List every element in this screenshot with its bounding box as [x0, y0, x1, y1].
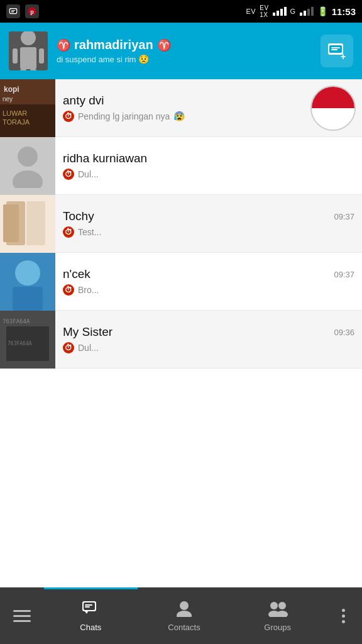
time-display: 11:53 [332, 6, 356, 17]
chat-name: ridha kurniawan [63, 152, 147, 165]
pending-icon: ⏱ [63, 284, 74, 296]
profile-avatar[interactable] [9, 31, 48, 70]
chat-time: 09:37 [334, 270, 354, 279]
avatar-anty-dvi: kopi ney LUWAR TORAJA [0, 79, 55, 137]
chat-item-ridha[interactable]: ridha kurniawan ⏱ Dul... [0, 137, 362, 195]
pinterest-status-icon: p [25, 4, 39, 18]
avatar-ridha [0, 137, 55, 195]
svg-rect-3 [11, 11, 14, 12]
sad-emoji: 😟 [138, 54, 149, 64]
chat-content-my-sister: My Sister 09:36 ⏱ Dul... [55, 319, 362, 360]
nav-item-menu[interactable] [0, 587, 44, 644]
battery-icon: 🔋 [317, 6, 328, 16]
pending-icon: ⏱ [63, 342, 74, 353]
svg-rect-28 [26, 201, 45, 245]
chat-content-tochy: Tochy 09:37 ⏱ Test... [55, 203, 362, 244]
svg-rect-10 [30, 69, 36, 70]
groups-icon [268, 599, 288, 619]
chat-preview: Bro... [78, 285, 99, 295]
pending-icon: ⏱ [63, 169, 74, 180]
svg-point-24 [18, 147, 38, 167]
svg-rect-32 [13, 287, 43, 311]
svg-marker-41 [85, 611, 88, 614]
more-icon [342, 609, 345, 623]
avatar-image [9, 31, 48, 70]
chat-item-tochy[interactable]: Tochy 09:37 ⏱ Test... [0, 195, 362, 253]
chat-item-anty-dvi[interactable]: kopi ney LUWAR TORAJA anty dvi 09:59 ⏱ P… [0, 79, 362, 137]
svg-rect-2 [11, 10, 16, 11]
chat-emoji: 😰 [173, 111, 185, 122]
nav-item-chats[interactable]: Chats [44, 587, 138, 644]
svg-point-31 [15, 260, 40, 286]
chat-time: 09:37 [334, 212, 354, 221]
chat-time: 09:36 [334, 328, 354, 337]
hamburger-icon [13, 610, 31, 622]
svg-text:LUWAR: LUWAR [3, 109, 27, 117]
svg-rect-15 [331, 47, 340, 48]
avatar-ncek [0, 253, 55, 311]
svg-text:TORAJA: TORAJA [3, 118, 30, 126]
flag-avatar [310, 86, 356, 131]
profile-name: ♈ rahmadiriyan ♈ [57, 38, 312, 52]
status-bar-left-icons: p [6, 4, 39, 18]
chat-preview: Dul... [78, 343, 99, 353]
svg-text:p: p [30, 8, 34, 15]
svg-point-47 [277, 611, 288, 617]
profile-info: ♈ rahmadiriyan ♈ di suspend ame si rim 😟 [57, 38, 312, 64]
svg-text:763FA64A: 763FA64A [3, 318, 30, 325]
svg-point-44 [270, 602, 278, 609]
svg-rect-16 [331, 49, 337, 50]
chat-preview: Pending lg jaringan nya [78, 111, 170, 121]
pending-icon: ⏱ [63, 111, 74, 122]
avatar-my-sister: 763FA64A 763FA64A [0, 311, 55, 369]
svg-point-43 [177, 611, 192, 617]
avatar-tochy [0, 195, 55, 253]
bottom-navigation: Chats Contacts Groups [0, 587, 362, 644]
chat-content-ridha: ridha kurniawan ⏱ Dul... [55, 145, 362, 186]
signal-bars [273, 7, 287, 16]
contacts-icon [175, 599, 193, 619]
svg-rect-40 [85, 606, 90, 608]
profile-status: di suspend ame si rim 😟 [57, 54, 312, 64]
nav-item-more[interactable] [324, 587, 362, 644]
chat-name: anty dvi [63, 94, 104, 108]
chat-name: My Sister [63, 325, 112, 339]
compose-button[interactable]: + [321, 35, 353, 67]
svg-rect-39 [85, 604, 92, 606]
pending-icon: ⏱ [63, 226, 74, 238]
signal-bars-2 [300, 7, 314, 16]
nav-label-chats: Chats [80, 623, 101, 632]
aries-symbol-left: ♈ [57, 38, 70, 52]
bbm-nav-icon [82, 599, 99, 619]
chat-preview: Dul... [78, 169, 99, 179]
network-ev1x: EV1X [260, 4, 268, 18]
compose-icon: + [327, 41, 347, 61]
svg-text:ney: ney [3, 96, 13, 103]
svg-rect-29 [3, 204, 19, 242]
svg-point-25 [13, 170, 43, 188]
chat-content-ncek: n'cek 09:37 ⏱ Bro... [55, 261, 362, 302]
svg-rect-8 [20, 47, 36, 69]
nav-label-groups: Groups [264, 623, 291, 632]
network-ev: EV [246, 8, 256, 15]
chat-list: kopi ney LUWAR TORAJA anty dvi 09:59 ⏱ P… [0, 79, 362, 369]
network-g: G [290, 8, 296, 15]
chat-item-my-sister[interactable]: 763FA64A 763FA64A My Sister 09:36 ⏱ Dul.… [0, 311, 362, 369]
svg-rect-1 [10, 9, 16, 13]
svg-text:kopi: kopi [4, 85, 19, 94]
nav-item-contacts[interactable]: Contacts [138, 587, 231, 644]
svg-point-46 [278, 602, 286, 609]
svg-rect-11 [13, 48, 18, 64]
bbm-status-icon [6, 4, 20, 18]
chat-name: n'cek [63, 267, 90, 281]
svg-text:763FA64A: 763FA64A [8, 341, 32, 347]
chat-item-ncek[interactable]: n'cek 09:37 ⏱ Bro... [0, 253, 362, 311]
status-bar: p EV EV1X G 🔋 11:53 [0, 0, 362, 23]
chat-name: Tochy [63, 209, 94, 223]
aries-symbol-right: ♈ [157, 38, 171, 52]
nav-label-contacts: Contacts [168, 623, 200, 632]
svg-text:+: + [341, 52, 346, 61]
profile-header: ♈ rahmadiriyan ♈ di suspend ame si rim 😟… [0, 23, 362, 79]
svg-rect-12 [39, 48, 44, 64]
nav-item-groups[interactable]: Groups [231, 587, 324, 644]
